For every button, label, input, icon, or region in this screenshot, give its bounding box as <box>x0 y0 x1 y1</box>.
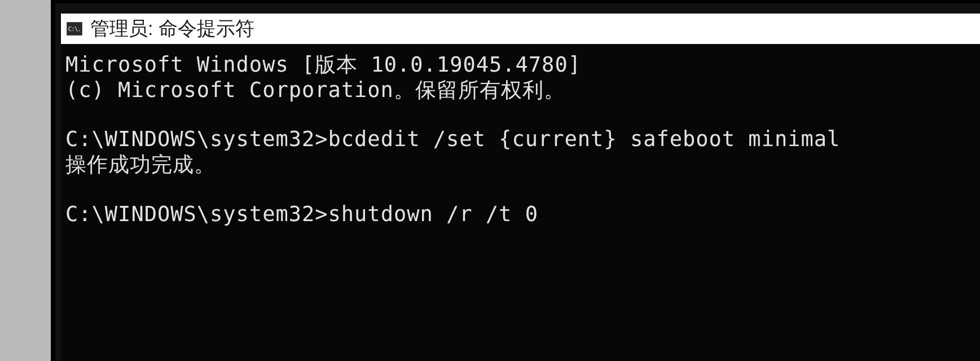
screen-bezel: C:\. 管理员: 命令提示符 Microsoft Windows [版本 10… <box>51 0 980 361</box>
command-2: shutdown /r /t 0 <box>328 202 538 226</box>
cmd-icon: C:\. <box>67 22 82 36</box>
result-1: 操作成功完成。 <box>65 152 975 177</box>
banner-line-2: (c) Microsoft Corporation。保留所有权利。 <box>65 77 975 103</box>
command-block-2: C:\WINDOWS\system32>shutdown /r /t 0 <box>65 201 975 227</box>
command-line-1: C:\WINDOWS\system32>bcdedit /set {curren… <box>65 126 975 152</box>
prompt-2: C:\WINDOWS\system32> <box>65 202 328 226</box>
command-line-2: C:\WINDOWS\system32>shutdown /r /t 0 <box>65 201 975 227</box>
window-titlebar[interactable]: C:\. 管理员: 命令提示符 <box>61 14 980 44</box>
prompt-1: C:\WINDOWS\system32> <box>65 127 328 151</box>
command-block-1: C:\WINDOWS\system32>bcdedit /set {curren… <box>65 126 975 177</box>
banner-line-1: Microsoft Windows [版本 10.0.19045.4780] <box>65 52 975 77</box>
window-title: 管理员: 命令提示符 <box>90 16 254 42</box>
command-1: bcdedit /set {current} safeboot minimal <box>328 127 841 151</box>
terminal-body[interactable]: Microsoft Windows [版本 10.0.19045.4780] (… <box>61 44 980 361</box>
banner-block: Microsoft Windows [版本 10.0.19045.4780] (… <box>65 52 975 103</box>
